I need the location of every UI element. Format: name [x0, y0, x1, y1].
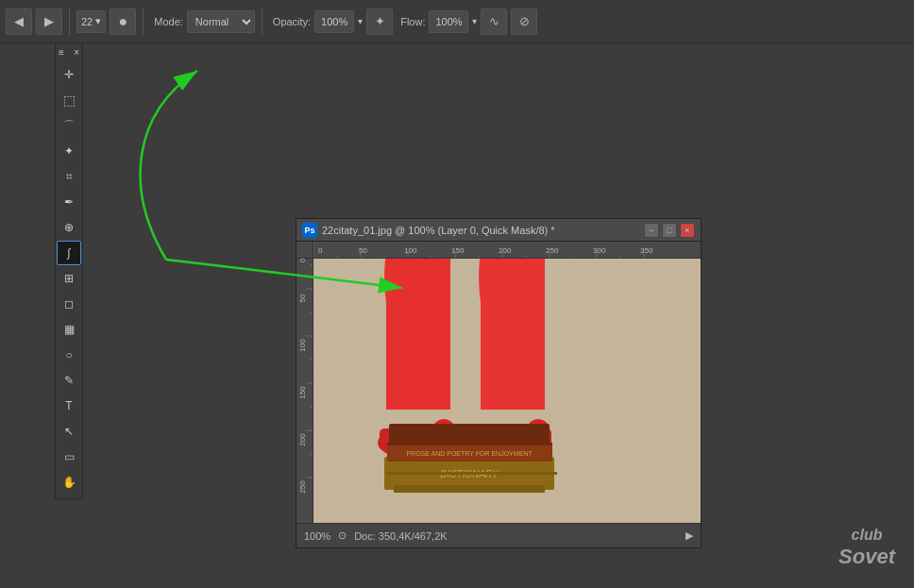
zoom-level: 100% [304, 530, 330, 542]
document-titlebar: Ps 22citaty_01.jpg @ 100% (Layer 0, Quic… [296, 219, 701, 242]
ruler-corner [296, 242, 313, 259]
separator-1 [69, 8, 70, 35]
doc-title-left: Ps 22citaty_01.jpg @ 100% (Layer 0, Quic… [302, 223, 555, 238]
toolbox-close-icon[interactable]: × [74, 47, 79, 58]
opacity-input[interactable] [314, 10, 354, 33]
svg-text:50: 50 [298, 294, 307, 302]
svg-text:150: 150 [451, 246, 465, 255]
tool-magic-wand[interactable]: ✦ [57, 139, 81, 163]
image-svg: DICTIONARY PROSE AND POETRY FOR ENJOYMEN… [313, 259, 701, 523]
tool-eraser[interactable]: ◻ [57, 292, 81, 316]
ruler-v-ticks: 0 50 100 150 200 250 [296, 242, 313, 523]
move-icon: ✛ [64, 68, 74, 81]
image-canvas[interactable]: DICTIONARY PROSE AND POETRY FOR ENJOYMEN… [313, 259, 701, 523]
pen-icon: ✎ [64, 374, 74, 387]
svg-rect-41 [386, 259, 450, 410]
spot-heal-icon: ⊕ [64, 221, 74, 234]
tool-crop[interactable]: ⌗ [57, 164, 81, 189]
eyedropper-icon: ✒ [64, 195, 74, 209]
tool-stamp[interactable]: ⊞ [57, 266, 81, 291]
window-controls: − □ × [644, 223, 695, 238]
tool-lasso[interactable]: ⌒ [57, 113, 81, 138]
hand-icon: ✋ [62, 476, 76, 489]
toolbox-header: ≡ × [56, 47, 82, 58]
path-select-icon: ↖ [64, 425, 74, 438]
opacity-dropdown-icon: ▾ [358, 16, 363, 26]
tool-dodge[interactable]: ○ [57, 343, 81, 367]
document-content: 0 50 100 150 200 250 300 350 [296, 242, 701, 523]
document-statusbar: 100% ⊙ Doc: 350,4K/467,2K ▶ [296, 523, 701, 547]
dodge-icon: ○ [65, 348, 72, 361]
maximize-button[interactable]: □ [662, 223, 677, 238]
watermark-line2: Sovet [838, 545, 895, 569]
tool-path-select[interactable]: ↖ [57, 419, 81, 444]
forward-button[interactable]: ▶ [36, 8, 62, 35]
svg-text:PROSE AND POETRY FOR ENJOYMENT: PROSE AND POETRY FOR ENJOYMENT [406, 450, 533, 457]
airbrush-icon: ✦ [375, 14, 385, 28]
tool-hand[interactable]: ✋ [57, 470, 81, 495]
separator-3 [262, 8, 262, 35]
tool-move[interactable]: ✛ [57, 62, 81, 87]
text-icon: T [65, 399, 72, 412]
tool-gradient[interactable]: ▦ [57, 317, 81, 342]
watermark: club Sovet [838, 526, 895, 569]
svg-text:250: 250 [546, 246, 559, 255]
tool-pen[interactable]: ✎ [57, 368, 81, 393]
brush-size-icon: ▾ [95, 15, 101, 27]
brush-size-value: 22 [81, 16, 93, 27]
flow-dropdown-icon: ▾ [472, 16, 477, 26]
svg-text:150: 150 [298, 386, 307, 399]
svg-rect-43 [481, 259, 545, 410]
gradient-icon: ▦ [64, 323, 75, 336]
brush-circle-icon: ● [118, 13, 127, 30]
back-button[interactable]: ◀ [6, 8, 32, 35]
doc-info: Doc: 350,4K/467,2K [354, 530, 447, 542]
rectangle-icon: ▭ [64, 450, 75, 463]
svg-text:100: 100 [298, 339, 307, 352]
smoothing-button[interactable]: ∿ [481, 8, 507, 35]
svg-text:200: 200 [499, 246, 512, 255]
flow-input[interactable] [429, 10, 468, 33]
left-toolbox: ≡ × ✛ ⬚ ⌒ ✦ ⌗ ✒ ⊕ ∫ ⊞ ◻ ▦ ○ ✎ T ↖ [55, 43, 83, 499]
pressure-icon: ⊘ [519, 14, 530, 28]
tool-rectangle[interactable]: ▭ [57, 445, 81, 469]
close-button[interactable]: × [680, 223, 695, 238]
status-icon[interactable]: ⊙ [338, 529, 347, 542]
tool-brush[interactable]: ∫ [57, 241, 81, 265]
svg-rect-58 [389, 424, 550, 445]
airbrush-button[interactable]: ✦ [366, 8, 393, 35]
tool-spot-heal[interactable]: ⊕ [57, 215, 81, 240]
tool-selection[interactable]: ⬚ [57, 88, 81, 112]
mode-select[interactable]: Normal Dissolve Multiply Screen Overlay [187, 10, 255, 33]
svg-rect-60 [387, 443, 552, 445]
opacity-label: Opacity: [273, 16, 311, 27]
ruler-vertical: 0 50 100 150 200 250 [296, 242, 313, 523]
minimize-button[interactable]: − [644, 223, 659, 238]
svg-rect-61 [387, 472, 557, 475]
tool-eyedropper[interactable]: ✒ [57, 190, 81, 214]
mode-label: Mode: [154, 16, 183, 27]
lasso-icon: ⌒ [63, 118, 75, 134]
toolbox-expand-icon[interactable]: ≡ [59, 47, 64, 58]
svg-text:200: 200 [298, 433, 307, 446]
eraser-icon: ◻ [64, 297, 74, 311]
svg-text:0: 0 [318, 246, 323, 255]
magic-wand-icon: ✦ [64, 144, 74, 158]
brush-options-button[interactable]: ● [110, 8, 136, 35]
brush-icon: ∫ [67, 246, 70, 260]
ruler-h-ticks: 0 50 100 150 200 250 300 350 [313, 242, 701, 259]
svg-text:100: 100 [404, 246, 417, 255]
svg-text:350: 350 [640, 246, 653, 255]
main-area: Ps 22citaty_01.jpg @ 100% (Layer 0, Quic… [83, 43, 914, 588]
svg-text:250: 250 [298, 480, 307, 494]
crop-icon: ⌗ [66, 170, 73, 183]
navigate-icon[interactable]: ▶ [686, 529, 693, 542]
tool-text[interactable]: T [57, 394, 81, 418]
document-title: 22citaty_01.jpg @ 100% (Layer 0, Quick M… [322, 225, 555, 236]
stamp-icon: ⊞ [64, 272, 74, 285]
pressure-button[interactable]: ⊘ [511, 8, 537, 35]
smoothing-icon: ∿ [489, 14, 499, 28]
top-toolbar: ◀ ▶ 22 ▾ ● Mode: Normal Dissolve Multipl… [0, 0, 914, 43]
brush-size-box: 22 ▾ [76, 10, 106, 33]
svg-text:50: 50 [359, 246, 367, 255]
